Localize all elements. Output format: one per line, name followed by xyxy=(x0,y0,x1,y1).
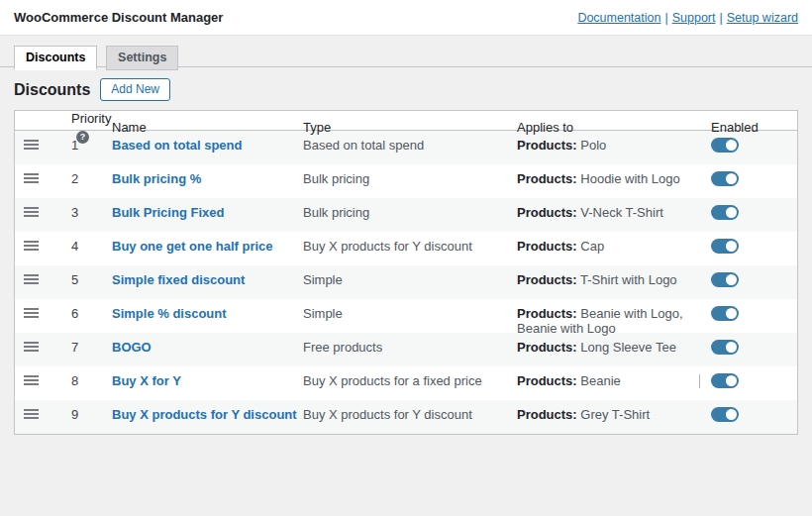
drag-handle-icon[interactable] xyxy=(24,207,39,217)
applies-to-prefix: Products: xyxy=(517,205,577,220)
drag-handle-icon[interactable] xyxy=(24,308,39,318)
discount-name-link[interactable]: Simple % discount xyxy=(112,306,227,321)
applies-to-cell: Products: V-Neck T-Shirt xyxy=(503,198,699,220)
documentation-link[interactable]: Documentation xyxy=(577,11,660,25)
applies-to-products: Long Sleeve Tee xyxy=(577,340,676,355)
table-row: 2 Bulk pricing % Bulk pricing Products: … xyxy=(15,164,797,198)
add-new-button[interactable]: Add New xyxy=(100,78,170,101)
enabled-cell xyxy=(699,164,797,186)
row-priority: 6 xyxy=(57,299,112,321)
row-type: Bulk pricing xyxy=(303,164,503,186)
applies-to-products: Grey T-Shirt xyxy=(577,407,650,422)
drag-handle-icon[interactable] xyxy=(24,241,39,251)
drag-cell xyxy=(15,333,57,355)
name-cell: Simple fixed discount xyxy=(112,265,303,287)
table-row: 5 Simple fixed discount Simple Products:… xyxy=(15,265,797,299)
row-type: Buy X products for a fixed price xyxy=(303,366,503,388)
table-row: 6 Simple % discount Simple Products: Bea… xyxy=(15,299,797,333)
drag-handle-icon[interactable] xyxy=(24,274,39,284)
setup-wizard-link[interactable]: Setup wizard xyxy=(727,11,798,25)
applies-to-prefix: Products: xyxy=(517,272,577,287)
priority-header-label: Priority xyxy=(71,111,111,126)
name-cell: Simple % discount xyxy=(112,299,303,321)
applies-to-cell: Products: Grey T-Shirt xyxy=(503,400,699,422)
drag-handle-icon[interactable] xyxy=(24,140,39,150)
enabled-toggle[interactable] xyxy=(711,340,739,355)
drag-handle-icon[interactable] xyxy=(24,173,39,183)
applies-to-prefix: Products: xyxy=(517,306,577,321)
discount-name-link[interactable]: Based on total spend xyxy=(112,138,242,153)
enabled-cell xyxy=(699,232,797,254)
drag-cell xyxy=(15,164,57,186)
name-cell: Buy X for Y xyxy=(112,366,303,388)
table-row: 4 Buy one get one half price Buy X produ… xyxy=(15,232,797,265)
name-cell: BOGO xyxy=(112,333,303,355)
enabled-toggle[interactable] xyxy=(711,138,739,153)
applies-to-products: Cap xyxy=(577,239,604,254)
enabled-cell xyxy=(699,400,797,422)
row-priority: 3 xyxy=(57,198,112,220)
row-priority: 4 xyxy=(57,232,112,254)
heading-row: Discounts Add New xyxy=(0,67,812,110)
row-priority: 8 xyxy=(57,366,112,388)
table-body: 1 Based on total spend Based on total sp… xyxy=(15,131,797,434)
applies-to-cell: Products: Long Sleeve Tee xyxy=(503,333,699,355)
applies-to-cell: Products: Hoodie with Logo xyxy=(503,164,699,186)
name-cell: Based on total spend xyxy=(112,131,303,153)
tab-discounts[interactable]: Discounts xyxy=(14,46,97,70)
name-cell: Buy one get one half price xyxy=(112,232,303,254)
drag-cell xyxy=(15,299,57,321)
name-cell: Bulk pricing % xyxy=(112,164,303,186)
enabled-cell xyxy=(699,131,797,153)
row-priority: 7 xyxy=(57,333,112,355)
name-cell: Buy X products for Y discount xyxy=(112,400,303,422)
discount-name-link[interactable]: Buy X for Y xyxy=(112,373,181,388)
tab-bar: Discounts Settings xyxy=(0,36,812,67)
row-type: Bulk pricing xyxy=(303,198,503,220)
link-separator: | xyxy=(719,11,722,25)
drag-cell xyxy=(15,198,57,220)
enabled-toggle[interactable] xyxy=(711,407,739,422)
applies-to-products: Hoodie with Logo xyxy=(577,171,680,186)
discount-name-link[interactable]: Bulk Pricing Fixed xyxy=(112,205,224,220)
table-header: Priority? Name Type Applies to Enabled xyxy=(15,111,797,131)
applies-to-prefix: Products: xyxy=(517,239,577,254)
enabled-toggle[interactable] xyxy=(711,272,739,287)
drag-cell xyxy=(15,131,57,153)
row-priority: 5 xyxy=(57,265,112,287)
table-row: 9 Buy X products for Y discount Buy X pr… xyxy=(15,400,797,434)
applies-to-products: Beanie xyxy=(577,373,621,388)
discount-name-link[interactable]: Buy one get one half price xyxy=(112,239,273,254)
applies-to-cell: Products: Beanie with Logo, Beanie with … xyxy=(503,299,699,336)
row-type: Simple xyxy=(303,265,503,287)
row-type: Simple xyxy=(303,299,503,321)
enabled-toggle[interactable] xyxy=(711,239,739,254)
applies-to-prefix: Products: xyxy=(517,340,577,355)
enabled-cell xyxy=(699,366,797,388)
applies-to-products: V-Neck T-Shirt xyxy=(577,205,663,220)
applies-to-prefix: Products: xyxy=(517,171,577,186)
applies-to-prefix: Products: xyxy=(517,407,577,422)
table-row: 7 BOGO Free products Products: Long Slee… xyxy=(15,333,797,366)
enabled-toggle[interactable] xyxy=(711,205,739,220)
drag-handle-icon[interactable] xyxy=(24,375,39,385)
drag-cell xyxy=(15,265,57,287)
enabled-cell xyxy=(699,198,797,220)
drag-handle-icon[interactable] xyxy=(24,409,39,419)
discount-name-link[interactable]: Buy X products for Y discount xyxy=(112,407,297,422)
row-type: Free products xyxy=(303,333,503,355)
table-row: 3 Bulk Pricing Fixed Bulk pricing Produc… xyxy=(15,198,797,232)
discount-name-link[interactable]: BOGO xyxy=(112,340,152,355)
applies-to-products: T-Shirt with Logo xyxy=(577,272,677,287)
drag-handle-icon[interactable] xyxy=(24,342,39,352)
support-link[interactable]: Support xyxy=(672,11,716,25)
discount-name-link[interactable]: Bulk pricing % xyxy=(112,171,201,186)
row-priority: 1 xyxy=(57,131,112,153)
enabled-toggle[interactable] xyxy=(711,306,739,321)
tab-settings[interactable]: Settings xyxy=(106,46,178,70)
enabled-cell xyxy=(699,265,797,287)
discount-name-link[interactable]: Simple fixed discount xyxy=(112,272,245,287)
enabled-toggle[interactable] xyxy=(711,373,739,388)
enabled-toggle[interactable] xyxy=(711,171,739,186)
row-priority: 2 xyxy=(57,164,112,186)
